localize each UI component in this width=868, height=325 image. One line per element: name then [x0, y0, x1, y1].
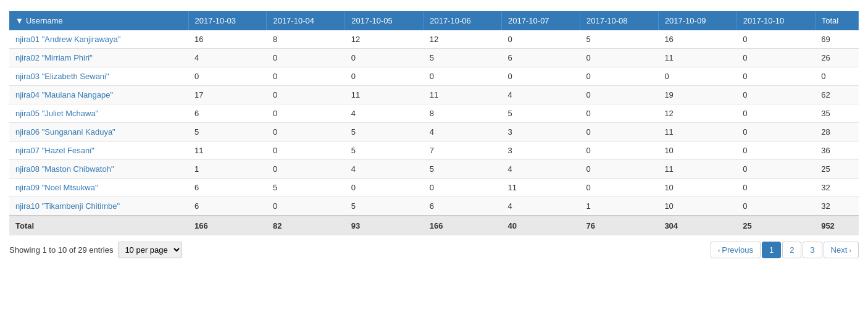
col-header-d1004: 2017-10-04: [267, 11, 345, 30]
cell-total: 0: [815, 67, 858, 86]
table-row: njira07 "Hazel Fesani"110573010036: [9, 141, 859, 160]
footer-value-3: 166: [424, 216, 502, 235]
page-button-2[interactable]: 2: [782, 242, 801, 258]
cell-username[interactable]: njira04 "Maulana Nangape": [9, 86, 188, 104]
table-row: njira05 "Juliet Mchawa"60485012035: [9, 104, 859, 123]
cell-username[interactable]: njira10 "Tikambenji Chitimbe": [9, 197, 188, 216]
cell-d1010: 0: [737, 179, 815, 197]
cell-d1010: 0: [737, 197, 815, 216]
cell-d1006: 0: [424, 67, 502, 86]
footer-row: Total1668293166407630425952: [9, 216, 859, 235]
cell-d1006: 5: [424, 160, 502, 179]
table-row: njira10 "Tikambenji Chitimbe"60564110032: [9, 197, 859, 216]
table-row: njira06 "Sunganani Kaduya"50543011028: [9, 123, 859, 141]
col-header-username[interactable]: ▼Username: [9, 11, 188, 30]
cell-d1004: 0: [267, 49, 345, 67]
cell-username[interactable]: njira09 "Noel Mtsukwa": [9, 179, 188, 197]
col-header-d1010: 2017-10-10: [737, 11, 815, 30]
table-row: njira09 "Noel Mtsukwa"650011010032: [9, 179, 859, 197]
cell-d1008: 0: [580, 104, 658, 123]
cell-username[interactable]: njira05 "Juliet Mchawa": [9, 104, 188, 123]
cell-username[interactable]: njira03 "Elizabeth Sewani": [9, 67, 188, 86]
footer-value-2: 93: [345, 216, 424, 235]
col-header-d1006: 2017-10-06: [424, 11, 502, 30]
chevron-right-icon: ›: [849, 247, 851, 254]
cell-d1003: 16: [188, 30, 267, 49]
cell-d1006: 4: [424, 123, 502, 141]
cell-d1008: 0: [580, 49, 658, 67]
previous-button[interactable]: ‹ Previous: [711, 242, 761, 258]
next-label: Next: [831, 245, 848, 255]
footer-value-4: 40: [502, 216, 580, 235]
cell-total: 62: [815, 86, 858, 104]
table-body: njira01 "Andrew Kanjirawaya"168121205160…: [9, 30, 859, 216]
previous-label: Previous: [722, 245, 753, 255]
per-page-select[interactable]: 10 per page25 per page50 per page: [118, 242, 182, 258]
cell-username[interactable]: njira01 "Andrew Kanjirawaya": [9, 30, 188, 49]
cell-d1009: 10: [658, 141, 737, 160]
cell-d1007: 0: [502, 30, 580, 49]
cell-d1008: 5: [580, 30, 658, 49]
cell-d1007: 0: [502, 67, 580, 86]
cell-d1008: 0: [580, 179, 658, 197]
cell-username[interactable]: njira08 "Maston Chibwatoh": [9, 160, 188, 179]
showing-text: Showing 1 to 10 of 29 entries: [9, 245, 113, 255]
cell-d1004: 0: [267, 67, 345, 86]
col-header-total: Total: [815, 11, 858, 30]
cell-d1007: 3: [502, 141, 580, 160]
cell-d1007: 5: [502, 104, 580, 123]
col-header-d1007: 2017-10-07: [502, 11, 580, 30]
cell-d1006: 11: [424, 86, 502, 104]
table-footer-controls: Showing 1 to 10 of 29 entries 10 per pag…: [9, 242, 859, 258]
cell-d1008: 0: [580, 160, 658, 179]
cell-d1008: 0: [580, 86, 658, 104]
cell-d1005: 12: [345, 30, 424, 49]
cell-total: 28: [815, 123, 858, 141]
cell-d1004: 0: [267, 86, 345, 104]
cell-d1008: 0: [580, 67, 658, 86]
next-button[interactable]: Next›: [824, 242, 859, 258]
cell-username[interactable]: njira07 "Hazel Fesani": [9, 141, 188, 160]
cell-d1003: 4: [188, 49, 267, 67]
cell-username[interactable]: njira02 "Mirriam Phiri": [9, 49, 188, 67]
sort-arrow-icon: ▼: [15, 16, 23, 25]
cell-total: 69: [815, 30, 858, 49]
cell-d1004: 5: [267, 179, 345, 197]
footer-value-5: 76: [580, 216, 658, 235]
cell-d1010: 0: [737, 49, 815, 67]
col-header-d1005: 2017-10-05: [345, 11, 424, 30]
cell-username[interactable]: njira06 "Sunganani Kaduya": [9, 123, 188, 141]
cell-d1004: 0: [267, 197, 345, 216]
cell-d1008: 0: [580, 123, 658, 141]
footer-value-1: 82: [267, 216, 345, 235]
page-button-1[interactable]: 1: [762, 242, 781, 258]
footer-value-6: 304: [658, 216, 737, 235]
col-header-d1003: 2017-10-03: [188, 11, 267, 30]
cell-d1009: 10: [658, 179, 737, 197]
cell-d1009: 16: [658, 30, 737, 49]
cell-total: 25: [815, 160, 858, 179]
cell-total: 26: [815, 49, 858, 67]
cell-d1007: 3: [502, 123, 580, 141]
cell-d1004: 0: [267, 141, 345, 160]
table-row: njira03 "Elizabeth Sewani"000000000: [9, 67, 859, 86]
cell-d1009: 12: [658, 104, 737, 123]
cell-d1006: 12: [424, 30, 502, 49]
footer-value-8: 952: [815, 216, 858, 235]
cell-total: 36: [815, 141, 858, 160]
table-row: njira08 "Maston Chibwatoh"10454011025: [9, 160, 859, 179]
cell-d1006: 5: [424, 49, 502, 67]
cell-d1006: 6: [424, 197, 502, 216]
cell-d1003: 6: [188, 104, 267, 123]
footer-left: Showing 1 to 10 of 29 entries 10 per pag…: [9, 242, 182, 258]
cell-total: 32: [815, 197, 858, 216]
chevron-left-icon: ‹: [718, 247, 720, 254]
page-button-3[interactable]: 3: [803, 242, 822, 258]
cell-d1005: 0: [345, 179, 424, 197]
cell-d1009: 10: [658, 197, 737, 216]
cell-d1007: 6: [502, 49, 580, 67]
cell-d1005: 4: [345, 160, 424, 179]
cell-d1010: 0: [737, 141, 815, 160]
cell-d1009: 19: [658, 86, 737, 104]
cell-d1010: 0: [737, 67, 815, 86]
